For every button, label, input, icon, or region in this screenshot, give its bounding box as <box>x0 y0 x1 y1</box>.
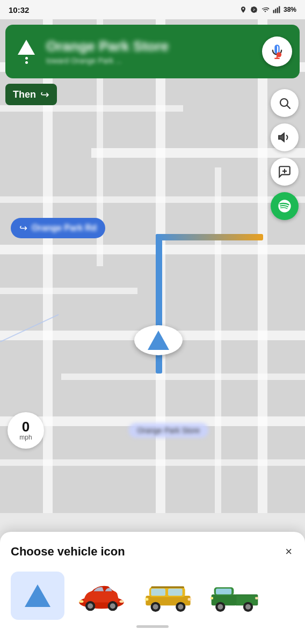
add-message-icon <box>278 165 292 179</box>
route-horizontal <box>156 234 263 240</box>
turn-label-map: ↪ Orange Park Rd <box>11 218 105 238</box>
mic-button[interactable] <box>262 36 292 67</box>
signal-icon <box>273 6 280 13</box>
svg-rect-26 <box>151 587 184 588</box>
svg-point-17 <box>88 603 93 609</box>
nav-header: Orange Park Store toward Orange Park ... <box>5 25 300 78</box>
muted-icon <box>250 6 258 13</box>
navigation-arrow-marker <box>148 331 169 350</box>
svg-rect-2 <box>275 9 276 13</box>
speed-indicator: 0 mph <box>8 412 44 449</box>
bottom-sheet: Choose vehicle icon × <box>0 532 305 644</box>
status-bar: 10:32 38% <box>0 0 305 19</box>
then-label: Then <box>13 89 36 100</box>
svg-marker-12 <box>279 133 284 141</box>
arrow-vehicle-icon <box>25 584 50 607</box>
speed-value: 0 <box>22 420 30 434</box>
up-arrow-icon <box>18 40 35 55</box>
vehicle-suv-option[interactable] <box>139 572 198 620</box>
sedan-car-icon <box>75 577 128 614</box>
svg-line-11 <box>287 106 291 109</box>
spotify-button[interactable] <box>271 192 299 220</box>
svg-point-41 <box>245 604 251 610</box>
speed-unit: mph <box>19 434 32 441</box>
svg-rect-37 <box>216 589 231 595</box>
vehicle-truck-option[interactable] <box>205 572 264 620</box>
svg-rect-1 <box>273 10 274 13</box>
then-badge: Then ↪ <box>5 84 57 105</box>
bottom-pill <box>136 625 169 628</box>
svg-rect-42 <box>210 597 213 599</box>
vehicle-icons <box>11 572 294 620</box>
svg-point-20 <box>79 600 83 603</box>
street-label-map: Orange Park Store <box>128 423 208 438</box>
svg-rect-24 <box>151 589 165 596</box>
svg-point-21 <box>119 600 124 603</box>
svg-rect-3 <box>277 8 278 13</box>
svg-rect-31 <box>145 598 149 601</box>
nav-toward: toward Orange Park ... <box>46 56 262 65</box>
search-button[interactable] <box>271 89 299 117</box>
nav-direction-arrow <box>13 40 40 64</box>
status-time: 10:32 <box>9 5 29 14</box>
right-buttons <box>271 89 299 220</box>
turn-street-label: Orange Park Rd <box>32 223 97 233</box>
vehicle-sedan-option[interactable] <box>72 572 131 620</box>
svg-point-19 <box>110 603 115 609</box>
sheet-title: Choose vehicle icon <box>11 545 125 559</box>
suv-car-icon <box>141 577 195 614</box>
close-button[interactable]: × <box>283 543 294 561</box>
search-icon <box>278 97 291 109</box>
map-area: Orange Park Store toward Orange Park ...… <box>0 19 305 513</box>
wifi-icon <box>261 6 270 13</box>
svg-rect-32 <box>188 598 192 601</box>
add-message-button[interactable] <box>271 158 299 186</box>
nav-street-name: Orange Park Store <box>46 38 262 55</box>
sheet-header: Choose vehicle icon × <box>11 543 294 561</box>
svg-point-39 <box>217 604 223 610</box>
truck-car-icon <box>208 577 262 614</box>
vehicle-arrow-option[interactable] <box>11 572 64 620</box>
location-icon <box>239 6 247 13</box>
svg-point-9 <box>277 52 281 57</box>
microphone-icon <box>270 44 285 59</box>
spotify-icon <box>277 199 292 214</box>
svg-rect-4 <box>279 6 280 13</box>
nav-text: Orange Park Store toward Orange Park ... <box>46 38 262 65</box>
svg-point-28 <box>153 604 158 610</box>
marker-oval <box>134 325 183 355</box>
turn-arrow-icon: ↪ <box>19 222 27 234</box>
audio-icon <box>278 130 292 144</box>
svg-rect-43 <box>255 597 258 599</box>
status-icons: 38% <box>239 6 296 13</box>
svg-rect-25 <box>168 589 183 596</box>
then-arrow-icon: ↪ <box>40 88 49 101</box>
svg-rect-6 <box>275 45 278 53</box>
audio-button[interactable] <box>271 123 299 151</box>
location-marker <box>134 325 183 355</box>
svg-point-30 <box>178 604 183 610</box>
battery-icon: 38% <box>284 6 296 13</box>
